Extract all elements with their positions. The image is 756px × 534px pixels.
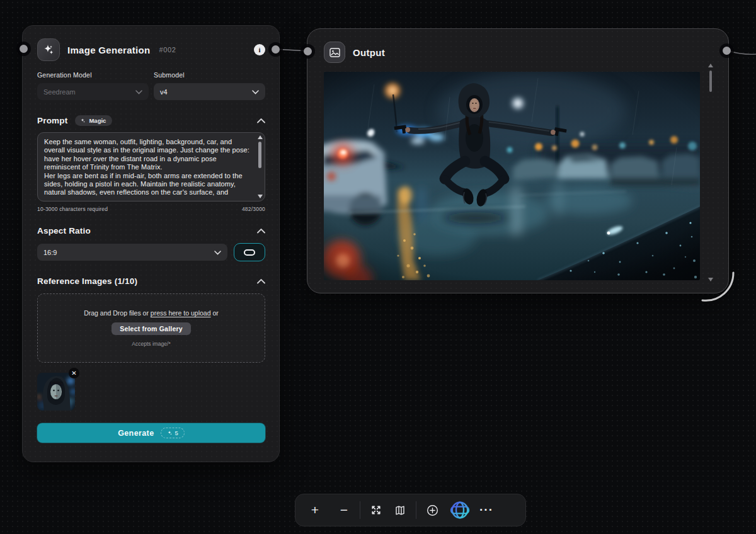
generation-model-value: Seedream	[43, 88, 76, 96]
submodel-select[interactable]: v4	[154, 83, 265, 100]
output-node-title: Output	[353, 47, 385, 58]
node-id-badge: #002	[159, 46, 176, 54]
submodel-label: Submodel	[154, 71, 265, 79]
prompt-text: Keep the same woman, outfit, lighting, b…	[44, 138, 255, 197]
generate-button[interactable]: Generate 5	[37, 423, 265, 443]
generation-model-label: Generation Model	[37, 71, 149, 79]
character-counter: 482/3000	[242, 206, 265, 212]
toolbar-divider	[416, 501, 416, 519]
reference-images-title: Reference Images (1/10)	[37, 276, 137, 286]
add-node-button[interactable]	[420, 498, 444, 522]
aspect-ratio-value: 16:9	[43, 249, 57, 256]
scroll-down-arrow[interactable]	[258, 195, 263, 198]
collapse-reference-chevron-up-icon[interactable]	[257, 279, 265, 284]
drop-text-after: or	[212, 309, 218, 317]
aspect-ratio-title: Aspect Ratio	[37, 226, 91, 236]
reference-thumbnail-image	[37, 373, 75, 411]
zoom-out-button[interactable]: −	[332, 498, 356, 522]
output-scrollbar[interactable]	[707, 64, 713, 281]
generation-node-input-port[interactable]	[20, 45, 28, 53]
toolbar-divider	[360, 501, 360, 519]
submodel-value: v4	[160, 88, 168, 96]
output-node-header[interactable]: Output	[324, 42, 728, 63]
scroll-up-arrow[interactable]	[258, 135, 263, 139]
image-generation-node[interactable]: Image Generation #002 i Generation Model…	[22, 25, 280, 462]
select-from-gallery-button[interactable]: Select from Gallery	[112, 322, 191, 335]
prompt-requirement: 10-3000 characters required	[37, 206, 108, 212]
prompt-scrollbar[interactable]	[257, 135, 263, 198]
minimap-button[interactable]	[388, 498, 412, 522]
info-icon[interactable]: i	[254, 44, 265, 55]
upload-link[interactable]: press here to upload	[151, 309, 211, 317]
output-node[interactable]: Output	[307, 28, 729, 293]
output-node-input-port[interactable]	[304, 47, 312, 55]
sparkle-icon	[80, 118, 86, 123]
generation-node-output-port[interactable]	[272, 45, 280, 54]
node-header[interactable]: Image Generation #002 i	[37, 38, 265, 61]
more-options-button[interactable]: ···	[474, 498, 498, 522]
scrollbar-thumb[interactable]	[709, 71, 712, 92]
scrollbar-thumb[interactable]	[258, 142, 261, 168]
magic-button[interactable]: Magic	[75, 115, 112, 126]
drop-text: Drag and Drop files or	[84, 309, 149, 317]
credit-badge: 5	[161, 428, 185, 438]
sparkles-icon	[37, 38, 60, 61]
node-editor-canvas[interactable]: Image Generation #002 i Generation Model…	[0, 0, 756, 534]
output-node-output-port[interactable]	[723, 47, 731, 55]
node-title: Image Generation	[67, 45, 151, 55]
scroll-up-arrow[interactable]	[708, 64, 713, 67]
chevron-down-icon	[252, 88, 259, 96]
prompt-section-title: Prompt	[37, 116, 67, 125]
reference-thumbnail[interactable]: ✕	[37, 373, 75, 411]
collapse-aspect-chevron-up-icon[interactable]	[257, 229, 265, 234]
zoom-in-button[interactable]: +	[303, 498, 327, 522]
chevron-down-icon	[214, 249, 221, 256]
accepts-note: Accepts image/*	[132, 341, 170, 347]
expand-icon	[370, 504, 382, 516]
scroll-down-arrow[interactable]	[708, 278, 713, 281]
prompt-textarea[interactable]: Keep the same woman, outfit, lighting, b…	[37, 132, 265, 202]
file-dropzone[interactable]: Drag and Drop files or press here to upl…	[37, 293, 265, 363]
globe-icon	[449, 499, 471, 521]
image-icon	[324, 42, 345, 63]
chevron-down-icon	[135, 88, 142, 96]
magic-label: Magic	[89, 117, 106, 124]
map-icon	[394, 505, 406, 516]
generate-label: Generate	[118, 429, 154, 438]
fit-view-button[interactable]	[364, 498, 388, 522]
circle-plus-icon	[427, 504, 438, 516]
aspect-ratio-select[interactable]: 16:9	[37, 244, 227, 261]
world-view-button[interactable]	[448, 498, 472, 522]
collapse-prompt-chevron-up-icon[interactable]	[257, 118, 265, 123]
credit-count: 5	[175, 429, 178, 436]
output-image	[324, 72, 700, 280]
canvas-toolbar[interactable]: + −	[295, 494, 526, 526]
generation-model-select[interactable]: Seedream	[37, 83, 149, 100]
sparkle-icon	[167, 430, 173, 436]
landscape-icon	[244, 249, 255, 256]
orientation-landscape-button[interactable]	[234, 243, 265, 261]
remove-thumbnail-close-icon[interactable]: ✕	[69, 368, 79, 378]
